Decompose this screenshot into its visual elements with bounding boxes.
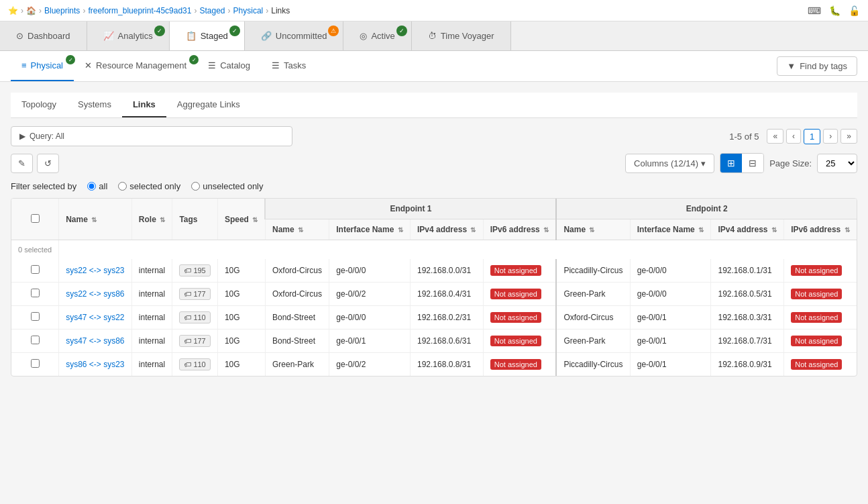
home-nav-icon[interactable]: 🏠 [26,6,36,15]
subtab-tasks[interactable]: ☰ Tasks [261,51,317,81]
row-checkbox-2[interactable] [31,312,40,321]
row-ep1-ipv4: 192.168.0.8/31 [411,353,484,376]
tab-uncommitted[interactable]: 🔗 Uncommitted ⚠ [245,21,344,50]
row-role: internal [131,330,172,353]
row-checkbox-cell[interactable] [11,353,59,376]
filter-all-label[interactable]: all [87,181,107,191]
catalog-icon: ☰ [208,60,216,70]
row-ep1-ipv6: Not assigned [483,353,556,376]
refresh-button[interactable]: ↺ [37,154,59,173]
ep2-ipv6-not-assigned: Not assigned [791,312,842,323]
tab-time-voyager[interactable]: ⏱ Time Voyager [412,21,511,50]
row-checkbox-cell[interactable] [11,283,59,306]
th-ep1-ipv6[interactable]: IPv6 address ⇅ [483,219,556,240]
th-ep2-ipv6[interactable]: IPv6 address ⇅ [784,219,857,240]
pagination-first-button[interactable]: « [767,129,783,144]
th-ep2-interface[interactable]: Interface Name ⇅ [630,219,711,240]
col-ep1-name-sort-icon: ⇅ [298,226,303,234]
row-name[interactable]: sys22 <-> sys23 [59,259,132,283]
row-ep1-name: Bond-Street [265,330,329,353]
col-role-label: Role [139,215,156,224]
page-size-select[interactable]: 25 10 50 100 [817,154,857,173]
row-checkbox-cell[interactable] [11,306,59,330]
edit-button[interactable]: ✎ [11,154,33,173]
row-name[interactable]: sys22 <-> sys86 [59,283,132,306]
ep2-ipv6-not-assigned: Not assigned [791,359,842,370]
row-checkbox-4[interactable] [31,359,40,368]
row-name-link[interactable]: sys47 <-> sys86 [66,336,124,346]
th-tags[interactable]: Tags [172,199,218,240]
row-name[interactable]: sys47 <-> sys22 [59,306,132,330]
home-icon[interactable]: ⭐ [8,6,18,15]
th-ep2-name[interactable]: Name ⇅ [556,219,630,240]
query-input[interactable]: ▶ Query: All [11,126,292,146]
row-name[interactable]: sys47 <-> sys86 [59,330,132,353]
dashboard-icon: ⊙ [16,31,23,41]
row-ep1-ipv4: 192.168.0.6/31 [411,330,484,353]
section-tab-topology[interactable]: Topology [11,93,67,117]
row-ep2-ipv4: 192.168.0.7/31 [711,330,784,353]
pagination-current-page: 1 [804,129,820,144]
lock-icon[interactable]: 🔓 [849,5,860,16]
filter-selected-only-radio[interactable] [118,182,127,191]
col-ep1-ipv6-sort-icon: ⇅ [543,226,549,234]
ep1-ipv6-not-assigned: Not assigned [490,312,541,323]
row-checkbox-0[interactable] [31,265,40,274]
ep1-ipv6-not-assigned: Not assigned [490,359,541,370]
row-ep1-ipv6: Not assigned [483,259,556,283]
tab-dashboard[interactable]: ⊙ Dashboard [0,21,87,50]
th-speed[interactable]: Speed ⇅ [217,199,265,240]
tab-analytics[interactable]: 📈 Analytics ✓ [87,21,170,50]
pagination-last-button[interactable]: » [840,129,857,144]
th-ep2-ipv4[interactable]: IPv4 address ⇅ [711,219,784,240]
row-name-link[interactable]: sys22 <-> sys86 [66,289,124,299]
breadcrumb-staged[interactable]: Staged [199,6,225,15]
row-checkbox-cell[interactable] [11,330,59,353]
terminal-icon[interactable]: ⌨ [808,5,821,16]
section-tab-links[interactable]: Links [122,93,166,117]
th-select-all[interactable] [11,199,59,240]
filter-all-radio[interactable] [87,182,96,191]
row-checkbox-3[interactable] [31,336,40,344]
view-grid-button[interactable]: ⊟ [742,154,763,172]
filter-unselected-only-radio[interactable] [191,182,200,191]
tag-icon: 🏷 [184,290,191,298]
columns-button[interactable]: Columns (12/14) ▾ [625,154,714,173]
bug-icon[interactable]: 🐛 [829,5,840,16]
breadcrumb-blueprint-id[interactable]: freeform_blueprint-45c9ad31 [88,6,191,15]
row-name-link[interactable]: sys47 <-> sys22 [66,313,124,322]
row-name-link[interactable]: sys86 <-> sys23 [66,360,124,369]
tab-active[interactable]: ◎ Active ✓ [343,21,411,50]
tab-staged[interactable]: 📋 Staged ✓ [170,21,245,50]
th-ep1-name[interactable]: Name ⇅ [265,219,329,240]
query-label: Query: All [30,132,64,141]
section-tab-systems[interactable]: Systems [67,93,122,117]
pagination-prev-button[interactable]: ‹ [786,129,801,144]
filter-selected-only-label[interactable]: selected only [118,181,180,191]
row-name[interactable]: sys86 <-> sys23 [59,353,132,376]
th-ep1-ipv4[interactable]: IPv4 address ⇅ [411,219,484,240]
subtab-physical[interactable]: ≡ Physical ✓ [11,51,74,81]
view-table-button[interactable]: ⊞ [720,154,742,172]
sub-nav-area: ≡ Physical ✓ ✕ Resource Management ✓ ☰ C… [0,51,868,82]
filter-unselected-only-label[interactable]: unselected only [191,181,263,191]
breadcrumb-blueprints[interactable]: Blueprints [44,6,80,15]
th-ep1-interface[interactable]: Interface Name ⇅ [329,219,411,240]
th-role[interactable]: Role ⇅ [131,199,172,240]
select-all-checkbox[interactable] [31,214,40,223]
subtab-resource-management[interactable]: ✕ Resource Management ✓ [74,51,197,81]
section-tab-aggregate-links[interactable]: Aggregate Links [166,93,251,117]
row-name-link[interactable]: sys22 <-> sys23 [66,266,124,275]
breadcrumb-physical[interactable]: Physical [233,6,264,15]
filter-icon: ▼ [787,61,796,71]
find-by-tags-button[interactable]: ▼ Find by tags [777,56,857,76]
subtab-catalog[interactable]: ☰ Catalog [197,51,261,81]
row-checkbox-1[interactable] [31,289,40,297]
col-speed-label: Speed [225,215,249,224]
active-icon: ◎ [360,31,367,41]
row-checkbox-cell[interactable] [11,259,59,283]
pagination-next-button[interactable]: › [823,129,838,144]
selected-count-spacer [59,240,857,260]
tag-badge: 🏷 110 [179,358,210,370]
th-name[interactable]: Name ⇅ [59,199,132,240]
